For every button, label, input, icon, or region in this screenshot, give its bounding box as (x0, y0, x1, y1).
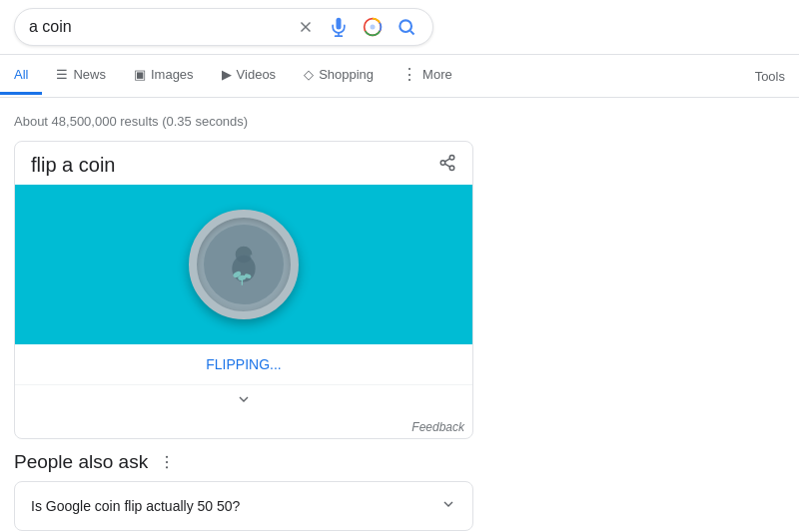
nav-tabs: All ☰ News ▣ Images ▶ Videos ◇ Shopping … (0, 55, 799, 98)
tab-more-label: More (422, 67, 452, 82)
paa-more-button[interactable] (158, 453, 176, 471)
svg-point-8 (449, 156, 454, 161)
coin-card: flip a coin (14, 141, 473, 439)
flipping-text[interactable]: FLIPPING... (15, 344, 472, 384)
tab-shopping[interactable]: ◇ Shopping (290, 57, 388, 95)
tab-videos-label: Videos (237, 67, 277, 82)
search-button[interactable] (395, 15, 418, 39)
feedback-label[interactable]: Feedback (15, 416, 472, 438)
shopping-icon: ◇ (304, 67, 314, 82)
coin-circle (189, 210, 299, 319)
main-content: About 48,500,000 results (0.35 seconds) … (0, 98, 799, 532)
svg-point-20 (166, 456, 168, 458)
svg-line-12 (444, 159, 449, 162)
search-input-wrapper (14, 8, 433, 46)
results-count: About 48,500,000 results (0.35 seconds) (14, 106, 799, 137)
more-dots-icon: ⋮ (401, 65, 417, 84)
svg-marker-15 (251, 255, 256, 258)
tab-videos[interactable]: ▶ Videos (208, 57, 291, 95)
people-also-ask-section: People also ask Is Google coin flip actu… (14, 451, 799, 532)
coin-card-header: flip a coin (15, 142, 472, 185)
videos-icon: ▶ (222, 67, 232, 82)
tab-all[interactable]: All (0, 57, 42, 95)
search-icons (295, 15, 418, 39)
share-button[interactable] (438, 154, 456, 177)
svg-point-14 (236, 247, 253, 264)
svg-point-22 (166, 466, 168, 468)
svg-point-6 (400, 20, 411, 32)
clear-button[interactable] (295, 16, 317, 38)
paa-header: People also ask (14, 451, 799, 473)
svg-line-7 (410, 31, 414, 35)
tab-shopping-label: Shopping (319, 67, 374, 82)
tab-images[interactable]: ▣ Images (120, 57, 208, 95)
coin-eagle-svg (219, 240, 269, 289)
images-icon: ▣ (134, 67, 146, 82)
coin-card-title: flip a coin (31, 154, 116, 177)
tab-all-label: All (14, 67, 28, 82)
tab-more[interactable]: ⋮ More (388, 55, 466, 97)
mic-button[interactable] (327, 15, 351, 39)
coin-inner (204, 225, 284, 304)
paa-item-1[interactable]: Is Google coin flip actually 50 50? (14, 481, 473, 531)
tab-news-label: News (73, 67, 106, 82)
search-bar (0, 0, 799, 55)
search-input[interactable] (29, 18, 287, 36)
coin-display-area[interactable] (15, 185, 472, 344)
paa-title: People also ask (14, 451, 148, 473)
news-icon: ☰ (56, 67, 68, 82)
svg-line-11 (444, 164, 449, 167)
paa-question-1: Is Google coin flip actually 50 50? (31, 498, 240, 514)
expand-button[interactable] (15, 384, 472, 416)
lens-button[interactable] (361, 15, 385, 39)
tools-button[interactable]: Tools (741, 59, 799, 94)
tab-news[interactable]: ☰ News (42, 57, 120, 95)
svg-point-21 (166, 461, 168, 463)
svg-point-10 (449, 166, 454, 171)
tab-images-label: Images (151, 67, 194, 82)
paa-chevron-1 (440, 496, 456, 516)
svg-point-5 (371, 25, 376, 30)
tools-label: Tools (755, 69, 785, 84)
svg-point-9 (440, 161, 445, 166)
